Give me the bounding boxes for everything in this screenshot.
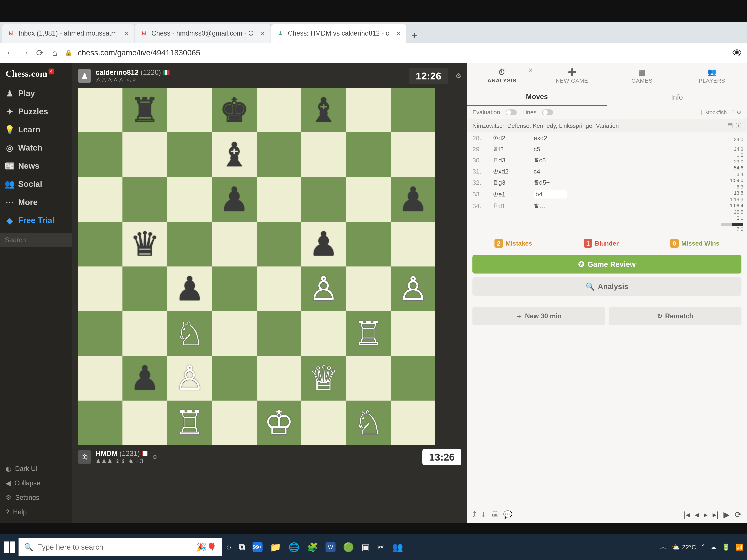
white-move[interactable]: ♖d3: [493, 157, 526, 164]
mail-icon[interactable]: 99+: [253, 542, 262, 552]
board-square[interactable]: ♝: [212, 132, 257, 177]
chess-piece[interactable]: ♖: [354, 317, 383, 350]
chess-piece[interactable]: ♟: [175, 272, 205, 305]
board-square[interactable]: [391, 356, 435, 401]
board-square[interactable]: [167, 222, 212, 266]
tab-players[interactable]: 👥PLAYERS: [677, 63, 747, 89]
game-review-button[interactable]: ✪Game Review: [472, 255, 742, 273]
home-button[interactable]: ⌂: [50, 48, 59, 58]
rematch-button[interactable]: ↻Rematch: [609, 307, 742, 325]
share-icon[interactable]: ⤴: [472, 510, 476, 519]
board-square[interactable]: [346, 132, 391, 177]
book-icon[interactable]: ▤: [727, 122, 733, 130]
board-square[interactable]: ♔: [257, 401, 301, 445]
start-button[interactable]: [4, 541, 15, 553]
board-square[interactable]: [167, 132, 212, 177]
tray-chevron-icon[interactable]: ˄: [702, 543, 705, 551]
chat-icon[interactable]: 💬: [503, 510, 512, 519]
white-move[interactable]: ♖d1: [493, 202, 526, 210]
board-square[interactable]: ♖: [346, 311, 391, 356]
settings-link[interactable]: ⚙Settings: [0, 490, 72, 505]
nav-social[interactable]: 👥Social: [0, 175, 72, 193]
board-square[interactable]: ♘: [167, 311, 212, 356]
taskbar-search[interactable]: 🔍 Type here to search 🎉🎈: [19, 538, 222, 556]
chess-piece[interactable]: ♜: [130, 94, 160, 127]
board-square[interactable]: ♜: [123, 88, 167, 132]
chess-piece[interactable]: ♘: [175, 317, 205, 350]
black-move[interactable]: ♛c6: [534, 157, 567, 164]
board-square[interactable]: [123, 311, 167, 356]
reload-button[interactable]: ⟳: [35, 48, 45, 58]
tab-analysis[interactable]: ⏱ANALYSIS: [467, 63, 537, 89]
subtab-moves[interactable]: Moves: [467, 89, 607, 106]
board-square[interactable]: [212, 356, 257, 401]
board-square[interactable]: ♕: [301, 356, 346, 401]
board-square[interactable]: [346, 356, 391, 401]
opponent-name[interactable]: calderino812: [96, 69, 138, 76]
chess-board[interactable]: ♜♚♝♝♟♟♛♟♟♙♙♘♖♟♙♕♖♔♘: [78, 88, 435, 445]
move-row[interactable]: 33.♔e1b4: [467, 188, 714, 201]
board-square[interactable]: [346, 222, 391, 266]
play-button[interactable]: ▶: [723, 510, 730, 519]
board-square[interactable]: [257, 266, 301, 311]
board-square[interactable]: [257, 356, 301, 401]
eval-toggle[interactable]: [506, 109, 517, 115]
board-square[interactable]: [123, 177, 167, 222]
close-icon[interactable]: ×: [396, 29, 401, 37]
white-move[interactable]: ♖g3: [493, 179, 526, 186]
board-square[interactable]: [78, 222, 123, 266]
chess-piece[interactable]: ♘: [354, 406, 383, 439]
snip-icon[interactable]: ✂: [377, 542, 385, 552]
black-move[interactable]: ♛…: [534, 202, 567, 210]
download-icon[interactable]: ⤓: [481, 510, 487, 519]
black-move[interactable]: c5: [534, 145, 567, 153]
close-icon[interactable]: ×: [529, 66, 533, 74]
board-square[interactable]: [167, 88, 212, 132]
board-square[interactable]: [212, 222, 257, 266]
board-square[interactable]: [346, 88, 391, 132]
teams-icon[interactable]: 👥: [392, 542, 403, 553]
blunder-count[interactable]: 1Blunder: [584, 239, 619, 247]
self-avatar[interactable]: ♔: [78, 450, 91, 464]
white-move[interactable]: ♔xd2: [493, 167, 526, 175]
board-square[interactable]: [123, 132, 167, 177]
gear-icon[interactable]: ⚙: [737, 109, 742, 115]
info-icon[interactable]: ⓘ: [736, 122, 742, 130]
move-list[interactable]: 28.♔d2exd229.♕f2c530.♖d3♛c631.♔xd2c432.♖…: [467, 132, 714, 235]
board-square[interactable]: ♟: [123, 356, 167, 401]
board-square[interactable]: ♘: [346, 401, 391, 445]
task-view-icon[interactable]: ⧉: [239, 542, 245, 553]
chess-piece[interactable]: ♕: [309, 362, 338, 395]
tab-games[interactable]: ▦GAMES: [607, 63, 677, 89]
new-30min-button[interactable]: ＋New 30 min: [472, 307, 605, 325]
address-bar[interactable]: chess.com/game/live/49411830065: [78, 48, 727, 57]
chrome-icon[interactable]: 🟢: [343, 542, 354, 553]
word-icon[interactable]: W: [326, 542, 336, 552]
chess-piece[interactable]: ♝: [309, 94, 338, 127]
chess-piece[interactable]: ♙: [309, 272, 338, 305]
site-logo[interactable]: Chess.com 4: [0, 67, 72, 84]
first-move-button[interactable]: |◂: [684, 510, 690, 519]
forward-button[interactable]: →: [20, 48, 30, 58]
board-square[interactable]: [212, 401, 257, 445]
board-square[interactable]: [391, 401, 435, 445]
help-link[interactable]: ?Help: [0, 505, 72, 519]
loop-button[interactable]: ⟳: [735, 510, 742, 519]
board-square[interactable]: ♛: [123, 222, 167, 266]
board-square[interactable]: ♟: [301, 222, 346, 266]
self-name[interactable]: HMDM: [96, 450, 118, 457]
nav-watch[interactable]: ◎Watch: [0, 139, 72, 157]
browser-tab[interactable]: M Inbox (1,881) - ahmed.moussa.m ×: [2, 24, 134, 43]
board-square[interactable]: [301, 311, 346, 356]
lines-toggle[interactable]: [542, 109, 553, 115]
black-move[interactable]: b4: [534, 190, 567, 198]
board-square[interactable]: [123, 401, 167, 445]
terminal-icon[interactable]: ▣: [361, 542, 370, 552]
dark-ui-toggle[interactable]: ◐Dark UI: [0, 461, 72, 476]
board-square[interactable]: [78, 177, 123, 222]
file-explorer-icon[interactable]: 📁: [270, 542, 281, 553]
board-square[interactable]: ♙: [301, 266, 346, 311]
board-settings-icon[interactable]: ⚙: [455, 72, 461, 80]
mistakes-count[interactable]: 2Mistakes: [494, 239, 532, 247]
analysis-button[interactable]: 🔍Analysis: [472, 277, 742, 296]
